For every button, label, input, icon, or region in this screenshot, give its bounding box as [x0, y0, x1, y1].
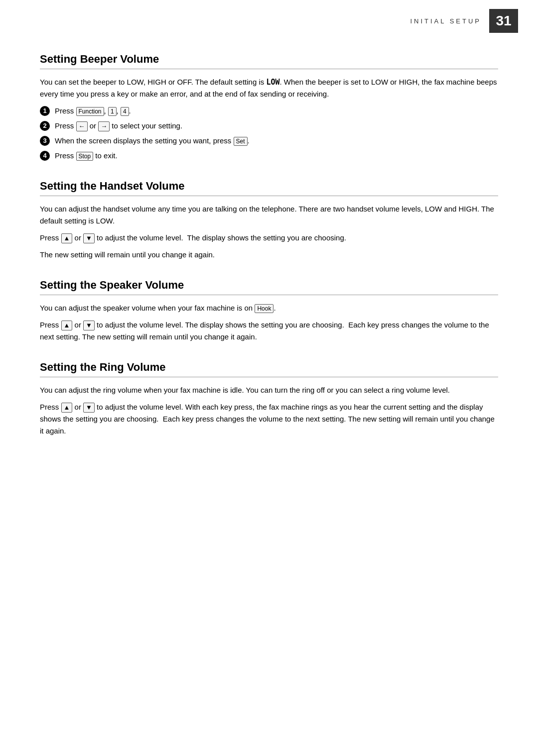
- section-speaker-volume: Setting the Speaker Volume You can adjus…: [40, 279, 498, 343]
- section-beeper-volume: Setting Beeper Volume You can set the be…: [40, 53, 498, 162]
- down-arrow-key-s: ▼: [83, 321, 95, 330]
- step-num-1: 1: [40, 106, 50, 116]
- hook-key: Hook: [255, 304, 273, 314]
- key-4: 4: [121, 107, 129, 116]
- section-title-beeper: Setting Beeper Volume: [40, 53, 498, 66]
- ring-para-1: You can adjust the ring volume when your…: [40, 384, 498, 396]
- section-title-ring: Setting the Ring Volume: [40, 361, 498, 374]
- down-arrow-key-r: ▼: [83, 403, 95, 413]
- right-arrow-key: →: [98, 121, 110, 131]
- beeper-steps: 1 Press Function, 1, 4. 2 Press ← or → t…: [40, 105, 498, 162]
- page-number: 31: [489, 9, 518, 33]
- low-bold: LOW: [266, 78, 279, 87]
- key-1: 1: [108, 107, 117, 116]
- step-1: 1 Press Function, 1, 4.: [40, 105, 498, 117]
- ring-para-2: Press ▲ or ▼ to adjust the volume level.…: [40, 401, 498, 437]
- section-body-handset: You can adjust the handset volume any ti…: [40, 203, 498, 261]
- beeper-intro: You can set the beeper to LOW, HIGH or O…: [40, 76, 498, 100]
- section-body-ring: You can adjust the ring volume when your…: [40, 384, 498, 437]
- step-text-2: Press ← or → to select your setting.: [55, 120, 498, 132]
- step-4: 4 Press Stop to exit.: [40, 150, 498, 162]
- down-arrow-key-h: ▼: [83, 233, 95, 243]
- stop-key: Stop: [76, 152, 94, 161]
- step-num-4: 4: [40, 151, 50, 161]
- left-arrow-key: ←: [76, 121, 88, 131]
- page-container: INITIAL SETUP 31 Setting Beeper Volume Y…: [0, 0, 538, 756]
- step-text-1: Press Function, 1, 4.: [55, 105, 498, 117]
- main-content: Setting Beeper Volume You can set the be…: [0, 38, 538, 475]
- up-arrow-key-h: ▲: [61, 233, 73, 243]
- header-label: INITIAL SETUP: [410, 17, 489, 25]
- section-divider-handset: [40, 196, 498, 196]
- speaker-para-2: Press ▲ or ▼ to adjust the volume level.…: [40, 319, 498, 343]
- up-arrow-key-r: ▲: [61, 403, 73, 413]
- step-text-3: When the screen displays the setting you…: [55, 135, 498, 147]
- section-divider-speaker: [40, 295, 498, 295]
- section-body-beeper: You can set the beeper to LOW, HIGH or O…: [40, 76, 498, 162]
- step-2: 2 Press ← or → to select your setting.: [40, 120, 498, 132]
- step-text-4: Press Stop to exit.: [55, 150, 498, 162]
- speaker-para-1: You can adjust the speaker volume when y…: [40, 302, 498, 314]
- section-divider-ring: [40, 377, 498, 377]
- handset-para-2: Press ▲ or ▼ to adjust the volume level.…: [40, 232, 498, 244]
- section-handset-volume: Setting the Handset Volume You can adjus…: [40, 180, 498, 261]
- step-num-2: 2: [40, 121, 50, 131]
- section-title-handset: Setting the Handset Volume: [40, 180, 498, 193]
- step-num-3: 3: [40, 136, 50, 146]
- set-key: Set: [234, 137, 248, 146]
- handset-para-1: You can adjust the handset volume any ti…: [40, 203, 498, 227]
- step-3: 3 When the screen displays the setting y…: [40, 135, 498, 147]
- function-key: Function: [76, 107, 104, 116]
- section-divider-beeper: [40, 69, 498, 69]
- section-title-speaker: Setting the Speaker Volume: [40, 279, 498, 292]
- header-right: INITIAL SETUP 31: [410, 9, 518, 33]
- up-arrow-key-s: ▲: [61, 321, 73, 330]
- handset-para-3: The new setting will remain until you ch…: [40, 249, 498, 261]
- section-body-speaker: You can adjust the speaker volume when y…: [40, 302, 498, 343]
- section-ring-volume: Setting the Ring Volume You can adjust t…: [40, 361, 498, 437]
- header-bar: INITIAL SETUP 31: [20, 0, 518, 38]
